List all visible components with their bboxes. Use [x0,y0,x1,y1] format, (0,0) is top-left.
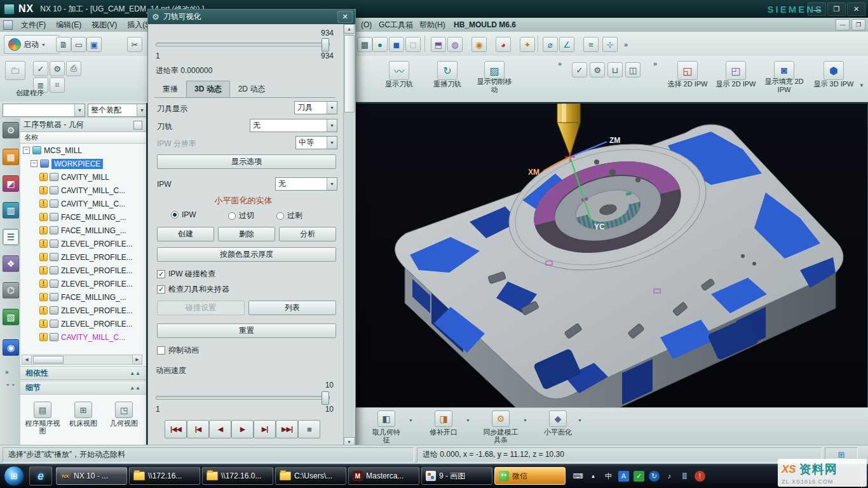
volume-icon[interactable]: ♪ [664,471,675,482]
grid-snap-icon[interactable]: ⊹ [602,37,618,52]
show-cut-moves-label[interactable]: 显示切削移 动 [470,78,519,93]
save-icon[interactable]: ▣ [86,37,102,52]
selection-scope-combo[interactable]: 整个装配 ▼ [88,104,147,117]
tree-row-operation[interactable]: ! FACE_MILLING_... [39,224,126,237]
start-menu-button[interactable]: 启动 ▼ [4,35,60,54]
chevron-down-icon[interactable]: ▼ [523,418,527,423]
tree-row-mcs-mill[interactable]: − MCS_MILL [23,144,82,157]
dialog-title-bar[interactable]: ⚙ 刀轨可视化 ✕ [148,10,355,24]
slider-handle[interactable] [322,38,329,51]
taskbar-mastercam-button[interactable]: M Masterca... [348,467,419,485]
measure-angle-icon[interactable]: ∠ [559,37,574,52]
radio-gouge[interactable]: 过切 [228,210,254,221]
menu-help[interactable]: 帮助(H) [414,18,451,32]
create-button[interactable]: 创建 [157,227,214,241]
chevron-down-icon[interactable]: ▼ [578,418,582,423]
touch-keyboard-icon[interactable]: ⌨ [573,471,583,482]
geometry-view-button[interactable]: ◳ 几何视图 [105,402,142,427]
replay-toolpath-label[interactable]: 重播刀轨 [423,80,471,88]
part-navigator-icon[interactable]: ▥ [3,202,19,219]
collision-settings-button[interactable]: 碰撞设置 [157,301,245,315]
tree-row-operation[interactable]: ! ZLEVEL_PROFILE... [39,237,133,250]
operation-navigator-icon[interactable]: ☰ [3,229,19,245]
scroll-right-icon[interactable]: ▶ [132,355,142,364]
verify-toolpath-icon[interactable]: ⚙ [50,61,65,76]
tree-row-operation[interactable]: ! ZLEVEL_PROFILE... [39,277,133,290]
child-restore-button[interactable]: ❐ [851,19,865,30]
scroll-up-icon[interactable]: ▲ [344,24,355,34]
tree-row-operation[interactable]: ! ZLEVEL_PROFILE... [39,264,133,277]
sheet-icon[interactable]: ▦ [357,37,372,52]
taskbar-wechat-button[interactable]: 微信 [494,467,566,485]
radio-ipw[interactable]: IPW [171,210,196,219]
overflow-chevron[interactable]: » [558,60,562,67]
dependencies-section[interactable]: 相依性 ▲▲ [20,366,146,380]
horizontal-scrollbar[interactable]: ◀ ▶ [22,355,142,365]
show-toolpath-label[interactable]: 显示刀轨 [375,80,423,88]
select-2d-ipw-icon[interactable]: ◱ [677,61,698,80]
machine-tool-navigator-icon[interactable]: ⌬ [3,282,19,299]
tab-2d-dynamic[interactable]: 2D 动态 [230,81,274,97]
tree-row-operation[interactable]: ! FACE_MILLING_... [39,290,126,304]
open-file-icon[interactable]: ▭ [71,37,86,52]
hidden-icons-chevron[interactable]: ▲ [588,471,599,482]
tree-row-operation[interactable]: ! FACE_MILLING_... [39,210,126,224]
taskbar-folder-button[interactable]: \\172.16... [129,467,200,485]
chevron-down-icon[interactable]: ▼ [859,83,864,88]
roles-gear-icon[interactable]: ⚙ [3,122,19,139]
minimize-button[interactable]: — [808,3,826,16]
facet-body-icon[interactable]: ◆ [549,410,567,427]
close-button[interactable]: ✕ [847,3,865,16]
ime-language-icon[interactable]: 中 [603,471,614,482]
analyze-button[interactable]: 分析 [279,227,336,241]
synchronous-modeling-icon[interactable]: ⚙ [492,410,510,427]
tab-replay[interactable]: 重播 [154,81,186,97]
sync-icon[interactable]: ↻ [649,471,660,482]
report-shortest-tool-icon[interactable]: ⊔ [607,62,623,78]
tree-row-operation[interactable]: ! ZLEVEL_PROFILE... [39,304,133,317]
play-backward-button[interactable]: ◀ [209,420,231,438]
expand-chevron-icon[interactable]: ▲▲ [130,370,141,376]
program-order-view-button[interactable]: ▤ 程序顺序视 图 [24,402,61,435]
show-toolpath-icon[interactable]: 〰 [389,61,409,80]
show-filled-2d-ipw-label[interactable]: 显示填充 2D IPW [760,78,808,93]
ipw-combo[interactable]: 无 ▼ [275,177,337,191]
overflow-chevron[interactable]: » [624,41,628,48]
menu-file[interactable]: 文件(F) [16,18,51,32]
internet-explorer-button[interactable]: e [29,466,52,485]
tree-row-operation[interactable]: ! CAVITY_MILL [39,170,109,184]
child-minimize-button[interactable]: — [836,19,850,30]
restore-button[interactable]: ❐ [827,3,846,16]
overflow-chevron[interactable]: » [653,60,657,67]
chevron-down-icon[interactable]: ▼ [409,418,413,423]
measure-distance-icon[interactable]: ⌀ [543,37,558,52]
play-button[interactable]: ▶ [231,420,254,438]
new-file-icon[interactable]: 🗎 [56,37,71,52]
tool-display-combo[interactable]: 刀具 ▼ [294,101,337,114]
start-orb[interactable]: ⊞ [4,466,24,486]
taskbar-paint-button[interactable]: 9 - 画图 [421,467,492,485]
reuse-library-icon[interactable]: ▧ [3,309,19,325]
step-forward-button[interactable]: ▶| [254,420,276,438]
speed-slider[interactable] [156,396,330,400]
ipw-resolution-combo[interactable]: 中等 ▼ [295,136,337,149]
show-2d-ipw-icon[interactable]: ◰ [726,61,746,80]
dialog-close-icon[interactable]: ✕ [337,11,353,23]
go-to-start-button[interactable]: |◀◀ [165,420,187,438]
antivirus-icon[interactable]: ✓ [634,471,644,482]
menu-edit[interactable]: 编辑(E) [51,18,86,32]
taskbar-nx-button[interactable]: NX NX 10 - ... [56,467,127,485]
synchronous-modeling-group[interactable]: ⚙ 同步建模工 具条 [476,410,526,444]
block-icon[interactable]: ◼ [389,37,404,52]
cut-icon[interactable]: ✂ [127,37,142,52]
show-3d-ipw-label[interactable]: 显示 3D IPW [810,80,858,88]
generate-toolpath-icon[interactable]: ✓ [33,61,48,76]
toolpath-combo[interactable]: 无 ▼ [250,119,337,132]
patch-opening-group[interactable]: ◨ 修补开口 [419,410,468,436]
toolpath-divide-icon[interactable]: ◫ [625,62,641,78]
hole-icon[interactable]: ◉ [471,37,487,52]
reset-button[interactable]: 重置 [157,323,336,338]
dialog-scrollbar[interactable]: ▲ ▼ [343,24,355,447]
confirm-toolpath-icon[interactable]: ✓ [572,62,587,78]
details-section[interactable]: 细节 ▲▲ [20,381,146,395]
